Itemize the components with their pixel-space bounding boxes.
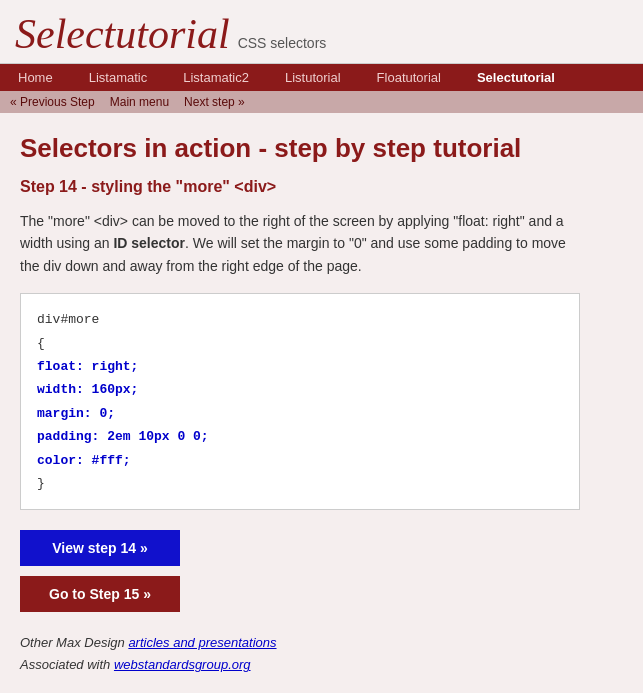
code-line-1: div#more xyxy=(37,312,99,327)
footer-link-1[interactable]: articles and presentations xyxy=(128,635,276,650)
code-line-6: padding: 2em 10px 0 0; xyxy=(37,429,209,444)
nav-listamatic2[interactable]: Listamatic2 xyxy=(165,64,267,91)
code-block: div#more { float: right; width: 160px; m… xyxy=(20,293,580,510)
nav-selectutorial[interactable]: Selectutorial xyxy=(459,64,573,91)
nav-bar: Home Listamatic Listamatic2 Listutorial … xyxy=(0,64,643,91)
code-line-2: { xyxy=(37,336,45,351)
code-line-4: width: 160px; xyxy=(37,382,138,397)
footer-prefix-2: Associated with xyxy=(20,657,114,672)
site-subtitle: CSS selectors xyxy=(238,35,327,51)
footer-prefix-1: Other Max Design xyxy=(20,635,128,650)
breadcrumb-menu[interactable]: Main menu xyxy=(110,95,169,109)
nav-floatutorial[interactable]: Floatutorial xyxy=(359,64,459,91)
site-logo: Selectutorial xyxy=(15,11,230,57)
breadcrumb: « Previous Step Main menu Next step » xyxy=(0,91,643,113)
nav-listamatic[interactable]: Listamatic xyxy=(71,64,166,91)
code-line-3: float: right; xyxy=(37,359,138,374)
header: SelectutorialCSS selectors xyxy=(0,0,643,64)
breadcrumb-next[interactable]: Next step » xyxy=(184,95,245,109)
code-line-7: color: #fff; xyxy=(37,453,131,468)
footer-line-2: Associated with webstandardsgroup.org xyxy=(20,654,623,676)
footer-link-2[interactable]: webstandardsgroup.org xyxy=(114,657,251,672)
page-title: Selectors in action - step by step tutor… xyxy=(20,133,623,164)
step-title: Step 14 - styling the "more" <div> xyxy=(20,178,623,196)
nav-listutorial[interactable]: Listutorial xyxy=(267,64,359,91)
description-bold: ID selector xyxy=(113,235,185,251)
code-line-8: } xyxy=(37,476,45,491)
footer-links: Other Max Design articles and presentati… xyxy=(20,632,623,676)
description-text: The "more" <div> can be moved to the rig… xyxy=(20,210,580,277)
code-line-5: margin: 0; xyxy=(37,406,115,421)
main-content: Selectors in action - step by step tutor… xyxy=(0,113,643,693)
nav-home[interactable]: Home xyxy=(0,64,71,91)
goto-step-button[interactable]: Go to Step 15 » xyxy=(20,576,180,612)
view-step-button[interactable]: View step 14 » xyxy=(20,530,180,566)
footer-line-1: Other Max Design articles and presentati… xyxy=(20,632,623,654)
breadcrumb-prev[interactable]: « Previous Step xyxy=(10,95,95,109)
